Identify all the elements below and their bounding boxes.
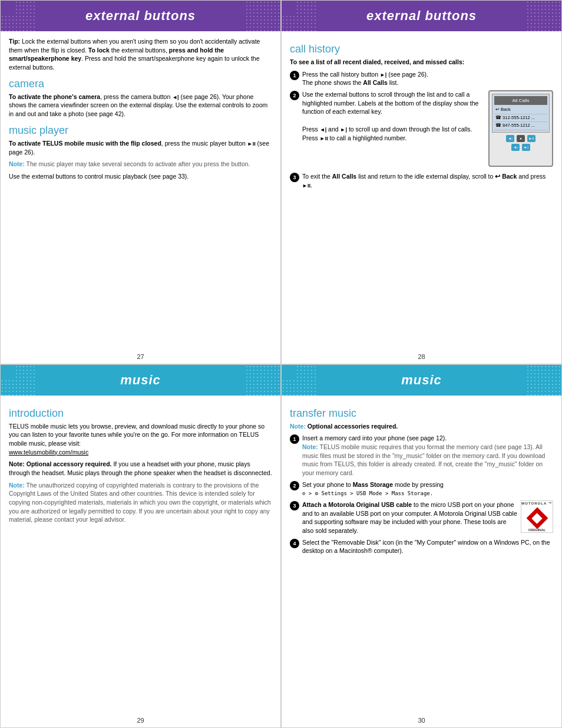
phone-screen-inner: All Calls ↩ Back ☎ 312-555-1212 ... ☎ 84… <box>492 94 550 133</box>
page-28-title: external buttons <box>366 8 477 24</box>
music-player-footer: Use the external buttons to control musi… <box>9 172 272 181</box>
page-30: music transfer music Note: Optional acce… <box>281 364 562 729</box>
step1-allcalls: All Calls <box>363 79 387 86</box>
step-3-content: To exit the All Calls list and return to… <box>302 172 553 189</box>
header-dots-right-29 <box>245 365 280 396</box>
transfer-step-4: 4 Select the "Removable Disk" icon (in t… <box>290 538 553 555</box>
transfer-step-1-num: 1 <box>290 434 299 444</box>
call-history-subtitle: To see a list of all recent dialed, rece… <box>290 58 553 67</box>
tip-label: Tip: <box>9 38 20 45</box>
page-29-content: introduction TELUS mobile music lets you… <box>1 396 280 728</box>
step1-icon: ►| <box>380 72 386 78</box>
transfer-step-1: 1 Insert a memory card into your phone (… <box>290 434 553 477</box>
step2-icon2: ►| <box>340 127 347 133</box>
corner-tl-27 <box>1 1 14 14</box>
phone-btn-fwd: ►II <box>527 135 535 142</box>
camera-bold: To activate the phone's camera <box>9 93 100 100</box>
moto-text: MOTOROLA ™ <box>521 501 552 506</box>
phone-btn-menu: ● <box>517 135 525 142</box>
tip-press-bold: press and hold the smart/speakerphone ke… <box>9 47 224 62</box>
ts1-note-label: Note: <box>302 443 318 450</box>
transfer-step-4-content: Select the "Removable Disk" icon (in the… <box>302 538 553 555</box>
page-30-header: music <box>282 365 561 396</box>
call-history-step-3: 3 To exit the All Calls list and return … <box>290 172 553 189</box>
transfer-note: Note: Optional accessories required. <box>290 422 553 431</box>
transfer-step-2: 2 Set your phone to Mass Storage mode by… <box>290 480 553 498</box>
page-29-number: 29 <box>1 717 280 724</box>
intro-para1: TELUS mobile music lets you browse, prev… <box>9 422 272 457</box>
phone-screen-num2: ☎ 847-555-1212 ... <box>494 122 547 130</box>
transfer-step-1-content: Insert a memory card into your phone (se… <box>302 434 553 477</box>
ts2-path: ⊙ > ⚙ Settings > USB Mode > Mass Storage… <box>302 490 433 496</box>
note-label-1: Note: <box>9 160 25 167</box>
transfer-step-3: 3 MOTOROLA ™ ORIGINAL Attach a Motorola … <box>290 500 553 535</box>
page-29-header: music <box>1 365 280 396</box>
transfer-title: transfer music <box>290 407 553 420</box>
phone-screen: All Calls ↩ Back ☎ 312-555-1212 ... ☎ 84… <box>488 90 553 167</box>
step-2-content: All Calls ↩ Back ☎ 312-555-1212 ... ☎ 84… <box>302 90 553 169</box>
step2-icon1: ◄| <box>320 127 326 133</box>
intro-note1-bold: Note: Optional accessory required. <box>9 460 111 467</box>
introduction-title: introduction <box>9 407 272 420</box>
phone-screen-title: All Calls <box>494 96 547 105</box>
intro-note2-label: Note: <box>9 482 25 489</box>
transfer-note-label: Note: <box>290 423 306 430</box>
page-27-title: external buttons <box>85 8 196 24</box>
transfer-step-2-content: Set your phone to Mass Storage mode by p… <box>302 480 553 498</box>
call-history-title: call history <box>290 43 553 55</box>
music-player-text: To activate TELUS mobile music with the … <box>9 139 272 156</box>
phone-nav-buttons: ◄| ►| <box>490 144 552 151</box>
page-30-content: transfer music Note: Optional accessorie… <box>282 396 561 728</box>
header-dots-right-28 <box>526 1 561 31</box>
phone-btn-next: ►| <box>522 144 530 151</box>
music-player-bold: To activate TELUS mobile music with the … <box>9 140 161 147</box>
corner-tl-28 <box>282 1 295 14</box>
transfer-step-2-num: 2 <box>290 481 299 490</box>
step2-icon3: ►II <box>320 136 328 141</box>
page-grid: external buttons Tip: Lock the external … <box>0 0 562 728</box>
corner-tl-29 <box>1 365 14 378</box>
corner-tl-30 <box>282 365 295 378</box>
step3-back: ↩ Back <box>495 173 517 180</box>
music-player-section-title: music player <box>9 124 272 137</box>
moto-diamond-container <box>527 508 548 527</box>
music-player-note: Note: The music player may take several … <box>9 160 272 169</box>
page-30-title: music <box>401 373 442 388</box>
step-2-num: 2 <box>290 91 299 100</box>
ts3-bold: Attach a Motorola Original USB cable <box>302 501 412 508</box>
phone-btn-back: ◄| <box>506 135 514 142</box>
step3-allcalls: All Calls <box>332 173 356 180</box>
page-27-header: external buttons <box>1 1 280 31</box>
page-27-content: Tip: Lock the external buttons when you … <box>1 31 280 364</box>
ts2-mass-storage: Mass Storage <box>353 481 393 488</box>
page-27-tip: Tip: Lock the external buttons when you … <box>9 37 272 72</box>
header-dots-right-27 <box>245 1 280 31</box>
page-28: external buttons call history To see a l… <box>281 0 562 364</box>
step-3-num: 3 <box>290 173 299 182</box>
camera-text: To activate the phone's camera, press th… <box>9 93 272 118</box>
transfer-step-4-num: 4 <box>290 539 299 548</box>
page-29: music introduction TELUS mobile music le… <box>0 364 281 729</box>
page-27: external buttons Tip: Lock the external … <box>0 0 281 364</box>
phone-screen-num1: ☎ 312-555-1212 ... <box>494 114 547 123</box>
page-27-number: 27 <box>1 353 280 360</box>
step3-icon: ►II <box>302 183 310 189</box>
intro-note2: Note: The unauthorized copying of copyri… <box>9 481 272 524</box>
motorola-logo: MOTOROLA ™ ORIGINAL <box>521 500 553 533</box>
page-28-header: external buttons <box>282 1 561 31</box>
transfer-step-3-content: MOTOROLA ™ ORIGINAL Attach a Motorola Or… <box>302 500 553 535</box>
camera-section-title: camera <box>9 78 272 90</box>
intro-note1: Note: Optional accessory required. If yo… <box>9 460 272 477</box>
call-history-step-1: 1 Press the call history button ►| (see … <box>290 70 553 87</box>
phone-btn-prev: ◄| <box>511 144 520 151</box>
ts1-note-text: TELUS mobile music requires that you for… <box>302 443 545 476</box>
step-1-num: 1 <box>290 71 299 80</box>
transfer-note-text: Optional accessories required. <box>308 423 398 430</box>
header-dots-right-30 <box>526 365 561 396</box>
step-1-content: Press the call history button ►| (see pa… <box>302 70 553 87</box>
phone-buttons: ◄| ● ►II <box>490 135 552 142</box>
intro-link[interactable]: www.telusmobility.com/music <box>9 449 88 456</box>
page-28-content: call history To see a list of all recent… <box>282 31 561 364</box>
call-history-step-2: 2 All Calls ↩ Back ☎ 312-555-1212 ... ☎ … <box>290 90 553 169</box>
camera-icon: ◄| <box>172 94 178 100</box>
